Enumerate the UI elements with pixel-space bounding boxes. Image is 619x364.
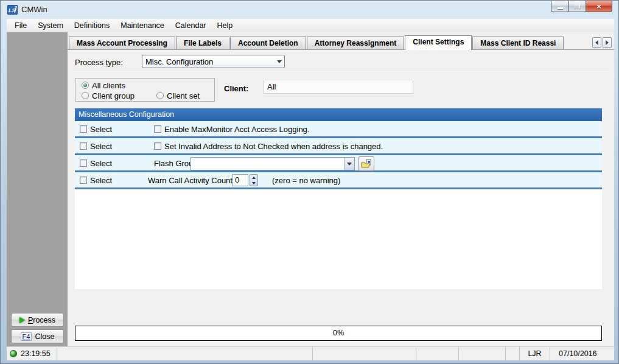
process-type-label: Process type: [75, 58, 123, 67]
process-button-label: Process [28, 316, 55, 324]
status-cell [506, 347, 520, 360]
progress-value: 0% [333, 329, 344, 337]
radio-client-group-label: Client group [92, 91, 135, 100]
select-label: Select [90, 159, 112, 168]
tab-strip: Mass Account Processing File Labels Acco… [69, 35, 612, 50]
radio-client-group[interactable] [82, 92, 89, 99]
flash-group-add-button[interactable] [358, 156, 374, 171]
arrow-down-icon [252, 182, 256, 184]
menu-definitions[interactable]: Definitions [69, 19, 115, 32]
process-button[interactable]: Process [11, 313, 64, 327]
content-area: Mass Account Processing File Labels Acco… [68, 32, 614, 346]
app-logo-icon: LS [7, 5, 18, 15]
config-row-flash-group: Select Flash Group [75, 155, 602, 172]
select-checkbox[interactable] [80, 159, 87, 167]
f4-key-icon: F4 [21, 332, 32, 341]
dropdown-arrow-icon [275, 60, 284, 63]
menu-calendar[interactable]: Calendar [170, 19, 212, 32]
close-form-button[interactable]: F4 Close [11, 329, 64, 343]
menu-file[interactable]: File [9, 19, 32, 32]
window-controls: × [551, 1, 612, 12]
status-cell [57, 347, 313, 360]
spinner-up-button[interactable] [250, 175, 257, 180]
window-title: CMWin [21, 5, 47, 14]
select-label: Select [90, 125, 112, 134]
close-button[interactable]: × [586, 1, 612, 12]
radio-all-clients[interactable] [82, 82, 89, 89]
status-cell [313, 347, 416, 360]
menu-help[interactable]: Help [212, 19, 239, 32]
client-label: Client: [224, 84, 248, 93]
minimize-icon [558, 7, 563, 9]
app-window: LS CMWin × File System Definitions Maint… [0, 0, 619, 364]
close-button-label: Close [35, 332, 54, 341]
invalid-address-checkbox[interactable] [154, 142, 161, 150]
menu-system[interactable]: System [32, 19, 69, 32]
select-checkbox[interactable] [80, 125, 87, 133]
close-icon: × [596, 2, 601, 10]
status-user: LJR [528, 349, 541, 358]
arrow-up-icon [252, 177, 256, 179]
progress-bar: 0% [75, 326, 602, 341]
tab-scroll-left-button[interactable] [592, 37, 601, 48]
warn-call-count-spinner [250, 174, 258, 186]
tab-scroll-buttons [592, 37, 612, 48]
flash-group-dropdown[interactable] [191, 157, 355, 170]
minimize-button[interactable] [551, 1, 569, 12]
radio-client-set-label: Client set [167, 91, 200, 100]
scroll-right-icon [606, 40, 609, 45]
tab-account-deletion[interactable]: Account Deletion [230, 37, 306, 49]
play-icon [19, 317, 25, 323]
tab-file-labels[interactable]: File Labels [176, 37, 229, 49]
tab-mass-client-id-reassignment[interactable]: Mass Client ID Reassi [472, 37, 564, 49]
tab-client-settings[interactable]: Client Settings [405, 35, 472, 50]
title-bar[interactable]: LS CMWin × [1, 1, 618, 19]
status-date: 07/10/2016 [559, 349, 597, 358]
select-label: Select [90, 142, 112, 151]
enable-maxmonitor-label: Enable MaxMonitor Acct Access Logging. [164, 125, 309, 134]
status-cell [459, 347, 506, 360]
select-checkbox[interactable] [80, 177, 87, 184]
status-bar: 23:19:55 LJR 07/10/2016 [7, 346, 614, 360]
client-settings-panel: Process type: Misc. Configuration All cl… [68, 49, 614, 346]
grid-header: Miscellaneous Configuration [75, 108, 602, 121]
warn-call-count-label: Warn Call Activity Count [148, 176, 233, 185]
menu-bar: File System Definitions Maintenance Cale… [7, 19, 614, 32]
client-scope-groupbox: All clients Client group Client set [75, 78, 215, 102]
menu-maintenance[interactable]: Maintenance [115, 19, 170, 32]
app-body: Process F4 Close Mass Account Processing… [7, 32, 614, 346]
separator-line [74, 71, 608, 72]
folder-add-icon [361, 159, 372, 169]
warn-call-count-input[interactable]: 0 [233, 174, 248, 186]
tab-mass-account-processing[interactable]: Mass Account Processing [69, 37, 175, 49]
status-date-cell: 07/10/2016 [550, 347, 614, 360]
sidebar: Process F4 Close [7, 32, 68, 346]
status-time: 23:19:55 [21, 349, 51, 358]
scroll-left-icon [595, 40, 598, 45]
invalid-address-label: Set Invalid Address to Not Checked when … [164, 142, 383, 151]
config-row-invalid-address: Select Set Invalid Address to Not Checke… [75, 138, 602, 155]
client-value-field[interactable]: All [264, 80, 413, 94]
select-checkbox[interactable] [80, 142, 87, 150]
restore-button[interactable] [568, 1, 586, 12]
warn-call-count-hint: (zero = no warning) [272, 176, 340, 185]
status-cell [416, 347, 459, 360]
process-type-dropdown[interactable]: Misc. Configuration [142, 55, 285, 68]
status-time-cell: 23:19:55 [7, 347, 57, 360]
radio-all-clients-label: All clients [92, 81, 125, 90]
flash-group-value [191, 158, 344, 170]
status-orb-icon [10, 350, 17, 357]
tab-scroll-right-button[interactable] [603, 37, 612, 48]
select-label: Select [90, 176, 112, 185]
tab-attorney-reassignment[interactable]: Attorney Reassignment [307, 37, 405, 49]
status-user-cell: LJR [520, 347, 550, 360]
enable-maxmonitor-checkbox[interactable] [154, 125, 161, 133]
config-row-warn-call: Select Warn Call Activity Count 0 (zero … [75, 172, 602, 189]
config-grid: Miscellaneous Configuration Select Enabl… [75, 108, 602, 289]
dropdown-arrow-icon [344, 158, 354, 170]
process-type-value: Misc. Configuration [142, 57, 275, 66]
restore-icon [575, 4, 580, 9]
config-row-maxmonitor: Select Enable MaxMonitor Acct Access Log… [75, 121, 602, 138]
radio-client-set[interactable] [156, 92, 164, 99]
spinner-down-button[interactable] [250, 180, 257, 186]
